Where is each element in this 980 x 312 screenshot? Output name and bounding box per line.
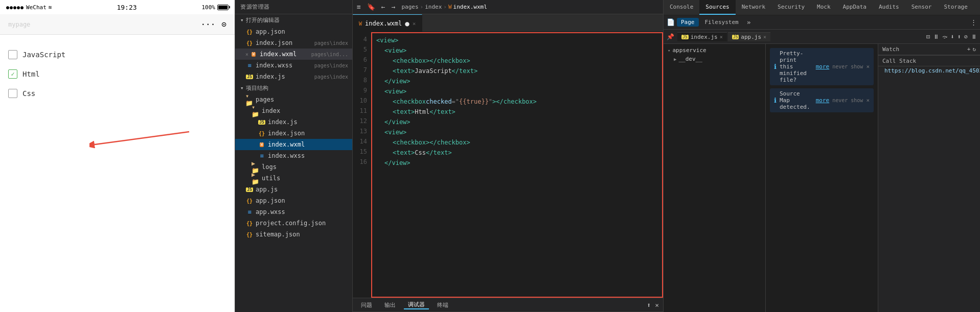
info-close-1[interactable]: × — [866, 63, 870, 70]
file-path: pages\index — [314, 40, 348, 46]
code-line-9: <view> — [376, 86, 658, 97]
tab-close-icon[interactable]: × — [413, 20, 416, 27]
checkbox-item-css[interactable]: Css — [8, 89, 226, 98]
tab-audits[interactable]: Audits — [873, 0, 905, 15]
subtab-page[interactable]: Page — [677, 18, 699, 27]
file-tab-close-app[interactable]: × — [763, 34, 766, 40]
tree-project-config[interactable]: {} project.config.json — [235, 218, 352, 229]
file-tab-close[interactable]: × — [720, 34, 723, 40]
watch-header: Watch + ↻ — [878, 44, 980, 55]
code-line-16: </view> — [376, 158, 658, 168]
tab-appdata[interactable]: AppData — [837, 0, 873, 15]
tab-security[interactable]: Security — [771, 0, 811, 15]
tab-icon-app-js: JS — [732, 35, 739, 39]
expand-icon[interactable]: ⬆ — [647, 301, 651, 309]
problem-tab[interactable]: 问题 — [357, 301, 376, 309]
back-icon[interactable]: ← — [381, 3, 385, 11]
hamburger-icon[interactable]: ≡ — [357, 3, 361, 11]
tab-storage[interactable]: Storage — [938, 0, 973, 15]
async-icon[interactable]: ⏸ — [971, 33, 977, 40]
step-over-icon[interactable]: ⤼ — [942, 33, 947, 40]
open-file-index-json[interactable]: {} index.json pages\index — [235, 37, 352, 49]
tab-index-wxml[interactable]: W index.wxml ● × — [353, 14, 422, 32]
info-more-1[interactable]: more — [816, 63, 830, 70]
subtab-filesystem[interactable]: Filesystem — [701, 18, 743, 27]
open-editors-section[interactable]: ▾ 打开的编辑器 — [235, 14, 352, 26]
code-area[interactable]: <view> <view> <checkbox></checkbox> <tex… — [371, 32, 663, 298]
open-file-app-json[interactable]: {} app.json — [235, 26, 352, 37]
source-appservice[interactable]: ▾ appservice — [664, 46, 765, 55]
checkbox-js[interactable] — [8, 50, 17, 59]
wxss-icon: ≡ — [258, 152, 266, 160]
open-file-index-wxml[interactable]: × W index.wxml pages\ind... — [235, 49, 352, 60]
debugger-tab[interactable]: 调试器 — [404, 301, 429, 309]
tree-app-wxss[interactable]: ≡ app.wxss — [235, 206, 352, 218]
open-file-index-js[interactable]: JS index.js pages\index — [235, 71, 352, 82]
file-tab-app-js[interactable]: JS app.js × — [728, 32, 770, 41]
tree-utils[interactable]: ▶📁 utils — [235, 173, 352, 184]
checkbox-item-html[interactable]: ✓ Html — [8, 69, 226, 79]
checkbox-css-label: Css — [22, 89, 35, 98]
info-close-2[interactable]: × — [866, 97, 870, 104]
console-label: Console — [670, 4, 693, 10]
file-name: app.json — [256, 197, 348, 204]
output-tab[interactable]: 输出 — [380, 301, 400, 309]
security-label: Security — [778, 4, 805, 10]
devtools-bottom-topbar: 问题 输出 调试器 终端 ⬆ × — [353, 298, 663, 312]
step-out-icon[interactable]: ⬆ — [958, 33, 961, 40]
tree-index-wxml[interactable]: W index.wxml — [235, 139, 352, 150]
tab-sensor[interactable]: Sensor — [905, 0, 938, 15]
file-tab-index-js[interactable]: JS index.js × — [677, 32, 727, 41]
code-line-7: <text>JavaScript</text> — [376, 66, 658, 76]
tree-sitemap[interactable]: {} sitemap.json — [235, 229, 352, 240]
file-name: app.js — [256, 186, 348, 193]
never-show-1[interactable]: never show — [832, 64, 863, 69]
watch-panel: Watch + ↻ Call Stack https://blog.csdn.n… — [878, 44, 980, 312]
watch-add-icon[interactable]: + — [967, 46, 971, 53]
sources-settings-icon[interactable]: ⋮ — [970, 18, 977, 26]
source-item-label: appservice — [672, 47, 706, 54]
debug-buttons: ⊡ ⏸ ⤼ ⬇ ⬆ ⊘ ⏸ — [926, 33, 977, 40]
watch-refresh-icon[interactable]: ↻ — [972, 46, 976, 53]
more-icon[interactable]: ··· — [200, 19, 215, 29]
checkbox-css[interactable] — [8, 89, 17, 98]
file-tab-name-index: index.js — [691, 34, 718, 40]
code-line-14: <checkbox></checkbox> — [376, 137, 658, 148]
info-more-2[interactable]: more — [816, 97, 830, 104]
terminal-tab[interactable]: 终端 — [433, 301, 452, 309]
tab-console[interactable]: Console — [664, 0, 699, 15]
devtools-content: 📌 JS index.js × JS app.js × ⊡ ⏸ ⤼ ⬇ ⬆ — [664, 30, 980, 312]
tree-index-js[interactable]: JS index.js — [235, 116, 352, 128]
bookmark-icon[interactable]: 🔖 — [367, 3, 375, 11]
tab-network[interactable]: Network — [736, 0, 771, 15]
editor-panel: ≡ 🔖 ← → pages › index › W index.wxml W i… — [353, 0, 663, 312]
tree-app-json[interactable]: {} app.json — [235, 195, 352, 206]
close-icon[interactable]: × — [245, 52, 248, 57]
info-panel: ℹ Pretty-print this minified file? more … — [766, 44, 878, 312]
more-subtabs-icon[interactable]: » — [747, 18, 751, 26]
checkbox-html[interactable]: ✓ — [8, 69, 17, 79]
tree-index-json[interactable]: {} index.json — [235, 128, 352, 139]
tab-mock[interactable]: Mock — [811, 0, 837, 15]
file-tabs-area: 📌 JS index.js × JS app.js × — [667, 32, 924, 41]
step-into-icon[interactable]: ⬇ — [950, 33, 954, 40]
source-dev[interactable]: ▶ __dev__ — [664, 55, 765, 63]
record-icon[interactable]: ⊙ — [221, 19, 226, 29]
call-stack-item[interactable]: https://blog.csdn.net/qq_45031555 — [878, 66, 980, 75]
tree-app-js[interactable]: JS app.js — [235, 184, 352, 195]
tab-trace[interactable]: Trace — [974, 0, 980, 15]
deactivate-icon[interactable]: ⊘ — [964, 33, 968, 40]
checkbox-item-js[interactable]: JavaScript — [8, 50, 226, 59]
forward-icon[interactable]: → — [392, 3, 396, 11]
sources-tree-icon[interactable]: 📄 — [667, 18, 675, 26]
tab-sources[interactable]: Sources — [699, 0, 735, 15]
close-panel-icon[interactable]: × — [655, 301, 659, 309]
sources-pin-icon[interactable]: 📌 — [667, 33, 674, 40]
breadcrumb-index: index — [425, 4, 442, 10]
tree-index[interactable]: ▾📁 index — [235, 105, 352, 116]
never-show-2[interactable]: never show — [832, 98, 863, 103]
open-file-index-wxss[interactable]: ≡ index.wxss pages\index — [235, 60, 352, 71]
breakpoints-icon[interactable]: ⊡ — [926, 33, 930, 40]
pause-icon[interactable]: ⏸ — [933, 33, 939, 40]
file-name: index.json — [256, 39, 312, 46]
